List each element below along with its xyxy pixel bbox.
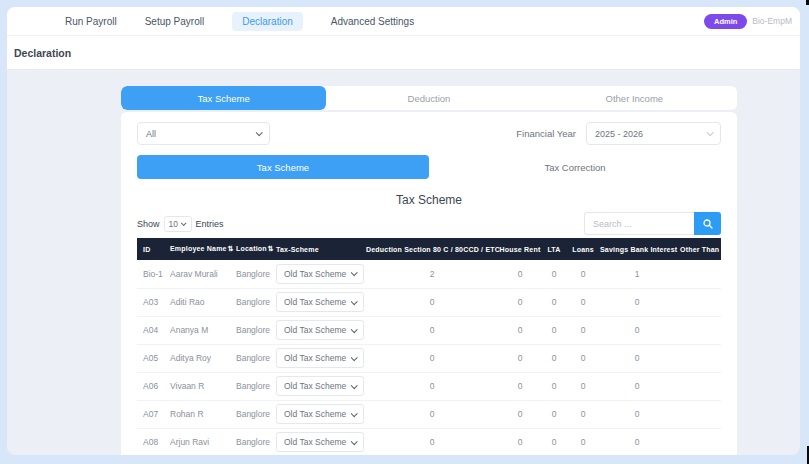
sort-icon[interactable]: ⇅ [268, 245, 274, 252]
sort-icon[interactable]: ⇅ [228, 245, 234, 252]
financial-year-select[interactable]: 2025 - 2026 [586, 122, 721, 145]
page-title: Declaration [14, 47, 71, 59]
cell-tax-scheme: Old Tax Scheme [270, 288, 366, 316]
cell-savings-bank-interest: 0 [600, 372, 674, 400]
content-area: Tax Scheme Deduction Other Income All Fi… [7, 70, 800, 455]
cell-employee-name: Rohan R [164, 400, 230, 428]
declaration-tabbar: Tax Scheme Deduction Other Income [121, 86, 737, 110]
tax-scheme-select[interactable]: Old Tax Scheme [276, 432, 364, 452]
cell-tax-scheme: Old Tax Scheme [270, 344, 366, 372]
tax-scheme-select-value: Old Tax Scheme [284, 325, 346, 335]
tax-scheme-card: All Financial Year 2025 - 2026 [121, 112, 737, 455]
chevron-down-icon [351, 326, 358, 333]
employee-filter-select[interactable]: All [137, 122, 270, 145]
cell-savings-bank-interest: 0 [600, 316, 674, 344]
nav-declaration[interactable]: Declaration [232, 12, 303, 31]
entries-per-page-select[interactable]: 10 [164, 216, 192, 232]
cell-other-than-savings [674, 316, 721, 344]
cell-savings-bank-interest: 0 [600, 428, 674, 455]
table-body: Bio-1 Aarav Murali Banglore Old Tax Sche… [137, 260, 721, 455]
financial-year-label: Financial Year [516, 128, 576, 139]
col-employee-name[interactable]: Employee Name⇅ [164, 238, 230, 260]
admin-role-badge: Admin [704, 14, 747, 29]
tax-scheme-select-value: Old Tax Scheme [284, 381, 346, 391]
cell-house-rent: 0 [498, 288, 542, 316]
cell-lta: 0 [542, 316, 566, 344]
cell-tax-scheme: Old Tax Scheme [270, 428, 366, 455]
nav-setup-payroll[interactable]: Setup Payroll [145, 16, 204, 27]
tax-scheme-select-value: Old Tax Scheme [284, 297, 346, 307]
cell-tax-scheme: Old Tax Scheme [270, 316, 366, 344]
subtab-left: Tax Scheme [137, 155, 429, 179]
tax-scheme-select[interactable]: Old Tax Scheme [276, 292, 364, 312]
show-entries-group: Show 10 Entries [137, 216, 224, 232]
tax-scheme-select[interactable]: Old Tax Scheme [276, 348, 364, 368]
tab-deduction[interactable]: Deduction [326, 86, 531, 110]
tax-scheme-select[interactable]: Old Tax Scheme [276, 320, 364, 340]
chevron-down-icon [351, 410, 358, 417]
col-loans: Loans [566, 238, 600, 260]
top-navigation-bar: Run Payroll Setup Payroll Declaration Ad… [7, 7, 800, 36]
cell-lta: 0 [542, 400, 566, 428]
cell-tax-scheme: Old Tax Scheme [270, 260, 366, 288]
tab-other-income[interactable]: Other Income [532, 86, 737, 110]
col-location[interactable]: Location⇅ [230, 238, 270, 260]
search-group [584, 212, 721, 235]
cell-location: Banglore [230, 260, 270, 288]
user-label: Bio-EmpM [752, 16, 792, 26]
table-row: A08 Arjun Ravi Banglore Old Tax Scheme 0… [137, 428, 721, 455]
table-row: A04 Ananya M Banglore Old Tax Scheme 0 0… [137, 316, 721, 344]
cell-deduction-80c: 0 [366, 288, 498, 316]
cell-lta: 0 [542, 428, 566, 455]
cell-employee-name: Aditi Rao [164, 288, 230, 316]
cell-other-than-savings [674, 400, 721, 428]
cell-tax-scheme: Old Tax Scheme [270, 400, 366, 428]
cell-savings-bank-interest: 0 [600, 288, 674, 316]
chevron-down-icon [707, 129, 714, 136]
table-header-row: ID Employee Name⇅ Location⇅ Tax-Scheme D… [137, 238, 721, 260]
cell-savings-bank-interest: 0 [600, 344, 674, 372]
cell-other-than-savings [674, 372, 721, 400]
cell-lta: 0 [542, 288, 566, 316]
tax-scheme-select[interactable]: Old Tax Scheme [276, 264, 364, 284]
tax-scheme-table-container: ID Employee Name⇅ Location⇅ Tax-Scheme D… [137, 238, 721, 455]
cell-employee-name: Vivaan R [164, 372, 230, 400]
cell-savings-bank-interest: 0 [600, 400, 674, 428]
cell-other-than-savings [674, 344, 721, 372]
tax-scheme-table: ID Employee Name⇅ Location⇅ Tax-Scheme D… [137, 238, 721, 455]
cell-lta: 0 [542, 260, 566, 288]
table-row: A06 Vivaan R Banglore Old Tax Scheme 0 0… [137, 372, 721, 400]
cell-employee-name: Ananya M [164, 316, 230, 344]
cell-loans: 0 [566, 344, 600, 372]
search-button[interactable] [694, 212, 721, 235]
show-label: Show [137, 219, 160, 229]
chevron-down-icon [351, 354, 358, 361]
col-id: ID [137, 238, 164, 260]
cell-deduction-80c: 0 [366, 316, 498, 344]
cell-id: A07 [137, 400, 164, 428]
col-savings-bank-interest: Savings Bank Interest [600, 238, 674, 260]
cell-other-than-savings [674, 428, 721, 455]
tax-correction-subtab[interactable]: Tax Correction [544, 162, 605, 173]
chevron-down-icon [351, 270, 358, 277]
tax-scheme-select-value: Old Tax Scheme [284, 353, 346, 363]
cell-deduction-80c: 0 [366, 428, 498, 455]
financial-year-group: Financial Year 2025 - 2026 [516, 122, 721, 145]
cell-loans: 0 [566, 288, 600, 316]
cell-id: A03 [137, 288, 164, 316]
nav-run-payroll[interactable]: Run Payroll [65, 16, 117, 27]
cell-loans: 0 [566, 260, 600, 288]
tab-tax-scheme[interactable]: Tax Scheme [121, 86, 326, 110]
cell-employee-name: Aarav Murali [164, 260, 230, 288]
entries-per-page-value: 10 [169, 219, 178, 229]
tax-scheme-subtab-button[interactable]: Tax Scheme [137, 155, 429, 179]
cell-employee-name: Arjun Ravi [164, 428, 230, 455]
search-input[interactable] [584, 212, 694, 235]
nav-advanced-settings[interactable]: Advanced Settings [331, 16, 414, 27]
tax-scheme-select[interactable]: Old Tax Scheme [276, 404, 364, 424]
cell-location: Banglore [230, 344, 270, 372]
tax-scheme-select[interactable]: Old Tax Scheme [276, 376, 364, 396]
cell-id: A06 [137, 372, 164, 400]
cell-deduction-80c: 0 [366, 372, 498, 400]
tax-scheme-select-value: Old Tax Scheme [284, 437, 346, 447]
